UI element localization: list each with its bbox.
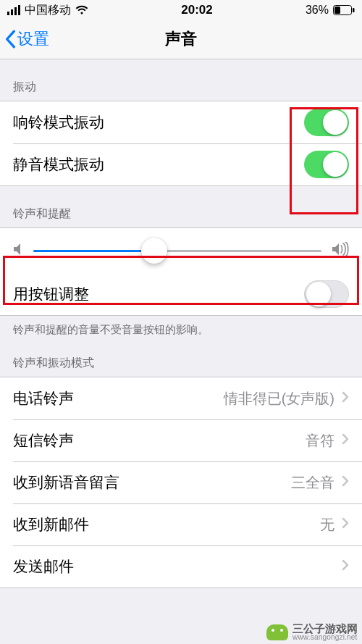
volume-slider[interactable] bbox=[33, 238, 321, 264]
watermark-url: www.sangongzi.net bbox=[292, 634, 358, 641]
svg-rect-1 bbox=[334, 7, 340, 14]
status-bar: 中国移动 20:02 36% bbox=[0, 0, 362, 19]
row-label: 收到新邮件 bbox=[13, 514, 89, 535]
wifi-icon bbox=[75, 5, 88, 15]
chevron-right-icon bbox=[342, 559, 349, 574]
row-label: 发送邮件 bbox=[13, 556, 74, 577]
row-label: 电话铃声 bbox=[13, 388, 74, 409]
row-value: 无 bbox=[320, 515, 334, 535]
battery-percent: 36% bbox=[306, 4, 329, 17]
volume-high-icon bbox=[332, 242, 349, 259]
chevron-right-icon bbox=[342, 475, 349, 490]
row-label: 收到新语音留言 bbox=[13, 472, 119, 493]
row-sent-mail[interactable]: 发送邮件 bbox=[0, 545, 362, 587]
row-voicemail[interactable]: 收到新语音留言 三全音 bbox=[0, 461, 362, 503]
watermark-logo-icon bbox=[266, 624, 288, 640]
watermark: 三公子游戏网 www.sangongzi.net bbox=[266, 623, 358, 641]
page-title: 声音 bbox=[0, 28, 362, 50]
row-ring-vibrate: 响铃模式振动 bbox=[0, 101, 362, 143]
row-new-mail[interactable]: 收到新邮件 无 bbox=[0, 503, 362, 545]
section-header-patterns: 铃声和振动模式 bbox=[0, 343, 362, 377]
chevron-right-icon bbox=[342, 433, 349, 448]
status-time: 20:02 bbox=[181, 3, 212, 17]
status-left: 中国移动 bbox=[7, 3, 88, 18]
row-button-adjust: 用按钮调整 bbox=[0, 273, 362, 315]
row-value: 音符 bbox=[306, 431, 334, 451]
back-label: 设置 bbox=[17, 28, 49, 50]
row-label: 响铃模式振动 bbox=[13, 112, 104, 133]
row-value: 情非得已(女声版) bbox=[224, 389, 334, 409]
back-button[interactable]: 设置 bbox=[0, 28, 49, 50]
status-right: 36% bbox=[306, 4, 355, 17]
group-vibrate: 响铃模式振动 静音模式振动 bbox=[0, 101, 362, 186]
row-ringtone[interactable]: 电话铃声 情非得已(女声版) bbox=[0, 377, 362, 419]
chevron-right-icon bbox=[342, 517, 349, 532]
group-patterns: 电话铃声 情非得已(女声版) 短信铃声 音符 收到新语音留言 三全音 收到新邮件… bbox=[0, 377, 362, 588]
row-silent-vibrate: 静音模式振动 bbox=[0, 143, 362, 185]
toggle-silent-vibrate[interactable] bbox=[304, 151, 349, 178]
section-header-vibrate: 振动 bbox=[0, 59, 362, 101]
row-label: 短信铃声 bbox=[13, 430, 74, 451]
section-header-ringer: 铃声和提醒 bbox=[0, 186, 362, 227]
watermark-name: 三公子游戏网 bbox=[292, 623, 358, 634]
nav-bar: 设置 声音 bbox=[0, 19, 362, 59]
section-footer-ringer: 铃声和提醒的音量不受音量按钮的影响。 bbox=[0, 316, 362, 343]
chevron-right-icon bbox=[342, 391, 349, 406]
svg-rect-2 bbox=[353, 8, 355, 12]
row-label: 用按钮调整 bbox=[13, 284, 89, 304]
signal-bars-icon bbox=[7, 5, 20, 15]
carrier-label: 中国移动 bbox=[25, 3, 71, 18]
toggle-button-adjust[interactable] bbox=[304, 280, 349, 308]
volume-low-icon bbox=[13, 243, 23, 259]
row-label: 静音模式振动 bbox=[13, 154, 104, 175]
toggle-ring-vibrate[interactable] bbox=[304, 109, 349, 136]
group-ringer: 用按钮调整 bbox=[0, 227, 362, 316]
row-text-tone[interactable]: 短信铃声 音符 bbox=[0, 419, 362, 461]
row-value: 三全音 bbox=[291, 473, 334, 493]
chevron-left-icon bbox=[4, 30, 16, 49]
row-volume-slider bbox=[0, 228, 362, 273]
battery-icon bbox=[333, 5, 355, 15]
